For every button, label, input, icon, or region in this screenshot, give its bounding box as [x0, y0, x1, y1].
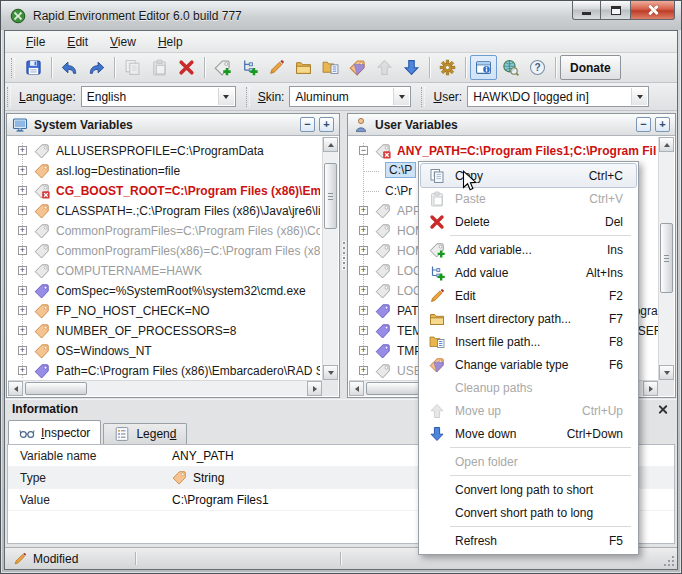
move-down-button[interactable]	[398, 55, 425, 80]
menu-help[interactable]: Help	[147, 32, 194, 52]
minimize-button[interactable]	[572, 1, 601, 20]
collapse-all-button[interactable]	[636, 117, 651, 132]
expand-toggle[interactable]: +	[18, 246, 27, 255]
help-button[interactable]: ?	[524, 55, 551, 80]
horizontal-scrollbar[interactable]	[8, 380, 322, 396]
expand-toggle[interactable]: +	[359, 286, 368, 295]
delete-button[interactable]	[173, 55, 200, 80]
maximize-button[interactable]	[601, 1, 630, 20]
titlebar[interactable]: Rapid Environment Editor 6.0 build 777	[1, 1, 681, 30]
chevron-down-icon[interactable]	[631, 88, 647, 105]
expand-toggle[interactable]: +	[359, 266, 368, 275]
donate-button[interactable]: Donate	[560, 55, 621, 80]
expand-toggle[interactable]: +	[18, 346, 27, 355]
resize-grip[interactable]	[662, 554, 674, 566]
change-variable-type-button[interactable]	[344, 55, 371, 80]
close-information-panel-button[interactable]	[657, 403, 670, 416]
add-value-button[interactable]	[236, 55, 263, 80]
tree-variable-item[interactable]: +Path=C:\Program Files (x86)\Embarcadero…	[8, 361, 322, 380]
scroll-left-icon[interactable]	[349, 381, 364, 396]
expand-all-button[interactable]	[319, 117, 334, 132]
tree-variable-item[interactable]: −ANY_PATH=C:\Program Files1;C:\Program F…	[349, 141, 658, 161]
redo-button[interactable]	[83, 55, 110, 80]
tree-variable-item[interactable]: +ALLUSERSPROFILE=C:\ProgramData	[8, 141, 322, 161]
expand-all-button[interactable]	[655, 117, 670, 132]
menu-item-copy[interactable]: CopyCtrl+C	[421, 164, 636, 187]
chevron-down-icon[interactable]	[218, 88, 234, 105]
tree-variable-item[interactable]: +CLASSPATH=.;C:\Program Files (x86)\Java…	[8, 201, 322, 221]
tab-legend[interactable]: Legend	[103, 423, 187, 444]
menu-item-convert-short-path-to-long[interactable]: Convert short path to long	[421, 501, 636, 524]
toggle-information-panel-button[interactable]	[470, 55, 497, 80]
language-select[interactable]: English	[81, 86, 236, 107]
add-variable-button[interactable]	[209, 55, 236, 80]
menu-item-add-value[interactable]: Add valueAlt+Ins	[421, 261, 636, 284]
expand-toggle[interactable]: +	[18, 146, 27, 155]
expand-toggle[interactable]: +	[359, 246, 368, 255]
menu-file[interactable]: File	[15, 32, 56, 52]
collapse-all-button[interactable]	[300, 117, 315, 132]
expand-toggle[interactable]: +	[359, 326, 368, 335]
save-button[interactable]	[20, 55, 47, 80]
scroll-down-icon[interactable]	[323, 365, 338, 380]
expand-toggle[interactable]: +	[18, 186, 27, 195]
expand-toggle[interactable]: +	[18, 306, 27, 315]
options-grip[interactable]	[421, 87, 425, 107]
expand-toggle[interactable]: +	[18, 326, 27, 335]
scroll-right-icon[interactable]	[307, 381, 322, 396]
expand-toggle[interactable]: +	[359, 206, 368, 215]
menu-item-change-variable-type[interactable]: Change variable typeF6	[421, 353, 636, 376]
expand-toggle[interactable]: +	[18, 366, 27, 375]
skin-select[interactable]: Aluminum	[289, 86, 411, 107]
panel-splitter[interactable]	[340, 113, 347, 398]
expand-toggle[interactable]: +	[18, 226, 27, 235]
menu-item-add-variable[interactable]: Add variable...Ins	[421, 238, 636, 261]
tree-variable-item[interactable]: +CommonProgramFiles(x86)=C:\Program File…	[8, 241, 322, 261]
scroll-thumb[interactable]	[660, 223, 673, 293]
expand-toggle[interactable]: +	[18, 166, 27, 175]
options-grip[interactable]	[246, 87, 250, 107]
scroll-down-icon[interactable]	[659, 365, 674, 380]
menu-item-insert-file-path[interactable]: Insert file path...F8	[421, 330, 636, 353]
expand-toggle[interactable]: +	[359, 306, 368, 315]
menu-item-refresh[interactable]: RefreshF5	[421, 529, 636, 552]
tree-variable-item[interactable]: +CG_BOOST_ROOT=C:\Program Files (x86)\Em…	[8, 181, 322, 201]
tree-variable-item[interactable]: +asl.log=Destination=file	[8, 161, 322, 181]
vertical-scrollbar[interactable]	[322, 137, 338, 380]
collapse-toggle[interactable]: −	[359, 146, 368, 155]
tree-variable-item[interactable]: +COMPUTERNAME=HAWK	[8, 261, 322, 281]
toolbar-grip[interactable]	[11, 58, 15, 78]
scroll-up-icon[interactable]	[659, 137, 674, 152]
scroll-thumb[interactable]	[324, 163, 337, 229]
scroll-up-icon[interactable]	[323, 137, 338, 152]
tree-variable-item[interactable]: +CommonProgramFiles=C:\Program Files (x8…	[8, 221, 322, 241]
tree-variable-item[interactable]: +NUMBER_OF_PROCESSORS=8	[8, 321, 322, 341]
tree-variable-item[interactable]: +FP_NO_HOST_CHECK=NO	[8, 301, 322, 321]
user-select[interactable]: HAWK\DO [logged in]	[467, 86, 649, 107]
edit-button[interactable]	[263, 55, 290, 80]
tree-variable-item[interactable]: +ComSpec=%SystemRoot%\system32\cmd.exe	[8, 281, 322, 301]
tree-variable-item[interactable]: +OS=Windows_NT	[8, 341, 322, 361]
menu-item-delete[interactable]: DeleteDel	[421, 210, 636, 233]
expand-toggle[interactable]: +	[18, 286, 27, 295]
menu-item-insert-directory-path[interactable]: Insert directory path...F7	[421, 307, 636, 330]
tab-inspector[interactable]: Inspector	[8, 420, 101, 444]
menu-item-edit[interactable]: EditF2	[421, 284, 636, 307]
undo-button[interactable]	[56, 55, 83, 80]
expand-toggle[interactable]: +	[359, 226, 368, 235]
scroll-right-icon[interactable]	[643, 381, 658, 396]
menu-item-move-down[interactable]: Move downCtrl+Down	[421, 422, 636, 445]
settings-button[interactable]	[434, 55, 461, 80]
insert-directory-path-button[interactable]	[290, 55, 317, 80]
website-button[interactable]	[497, 55, 524, 80]
chevron-down-icon[interactable]	[393, 88, 409, 105]
expand-toggle[interactable]: +	[359, 346, 368, 355]
scroll-left-icon[interactable]	[8, 381, 23, 396]
vertical-scrollbar[interactable]	[658, 137, 674, 380]
menu-view[interactable]: View	[99, 32, 147, 52]
close-button[interactable]	[630, 1, 675, 20]
scroll-thumb[interactable]	[25, 382, 87, 395]
expand-toggle[interactable]: +	[18, 206, 27, 215]
insert-file-path-button[interactable]	[317, 55, 344, 80]
options-grip[interactable]	[7, 87, 11, 107]
